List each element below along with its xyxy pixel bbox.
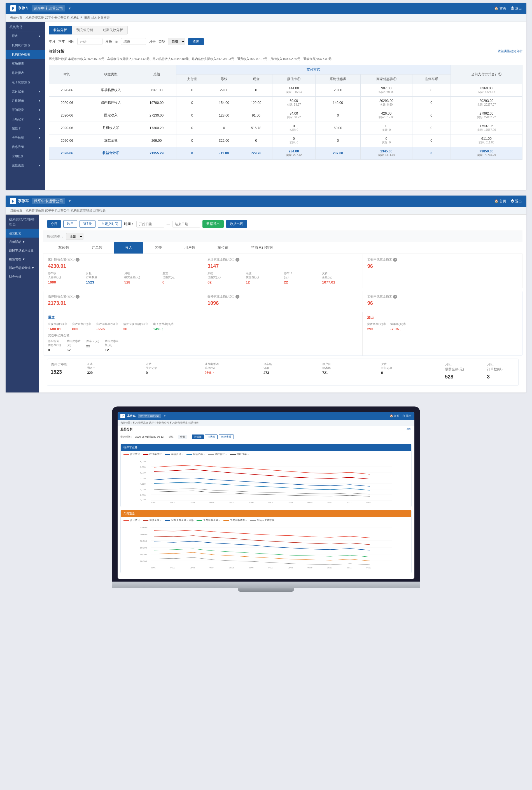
sidebar-task[interactable]: 应用任务 <box>6 151 45 161</box>
chart-data-btn[interactable]: 数据查看 <box>219 435 234 439</box>
filter-custom[interactable]: 自定义时间 <box>98 220 122 228</box>
sidebar-reports[interactable]: 报表 ▲ <box>6 31 45 41</box>
sidebar2-finance[interactable]: 财务分析 <box>6 272 39 281</box>
sidebar-recharge[interactable]: 储值卡 ▼ <box>6 124 45 133</box>
td-wechat-5: 322.00 <box>208 134 240 147</box>
table-row: 2020-06 退款金额 269.00 0 322.00 0 0实际: 0 0 … <box>49 134 522 147</box>
sidebar-org-stats[interactable]: 机构统计报表 <box>6 41 45 50</box>
tab-arrears[interactable]: 欠费 <box>144 242 173 254</box>
query-btn-s1[interactable]: 查询 <box>188 38 204 45</box>
sidebar2-section-title[interactable]: 机构营销/范围/管理员 <box>6 215 39 229</box>
temp-stop-section: 临停应收金额(元)① ? 2173.01 临停实收金额(元)① ? 1096 <box>43 291 522 356</box>
download-btn[interactable]: 数据出现 <box>226 220 247 228</box>
tab-income[interactable]: 收入 <box>114 242 144 254</box>
ops-from-input[interactable] <box>136 221 164 227</box>
home-nav-s2[interactable]: 🏠 首页 <box>494 199 506 204</box>
info-icon-3[interactable]: ? <box>393 258 397 262</box>
chart-bar-btn[interactable]: 柱状图 <box>205 435 217 439</box>
sidebar-eticket[interactable]: 电子发票报表 <box>6 78 45 87</box>
to-date-input[interactable] <box>121 38 146 45</box>
legend-2-6: 车场→欠费数额 <box>250 518 274 522</box>
info-icon-4[interactable]: ? <box>76 295 79 299</box>
td-time-3: 2020-06 <box>49 109 85 122</box>
export-btn[interactable]: 数据导出 <box>203 220 224 228</box>
tab-prepay[interactable]: 预充值分析 <box>72 26 98 34</box>
legend-1-3: 车场合计→ <box>165 453 184 456</box>
sidebar2-monthly[interactable]: 月租活动 ▼ <box>6 238 39 246</box>
tab-orders[interactable]: 订单数 <box>80 242 114 254</box>
chart-home-icon[interactable]: 🏠 首页 <box>390 414 400 418</box>
filter-today[interactable]: 今日 <box>47 220 61 228</box>
info-icon-2[interactable]: ? <box>235 258 240 262</box>
sidebar-indoor[interactable]: 路段报表 <box>6 68 45 78</box>
company-arrow-s2[interactable]: ▼ <box>68 199 71 203</box>
sidebar-payment[interactable]: 支付记录 ▼ <box>6 87 45 96</box>
chart2-svg: 120,000 100,000 80,000 60,000 40,000 20,… <box>124 525 408 570</box>
main-layout-s2: 机构营销/范围/管理员 运营配套 月租活动 ▼ 路段车场显示设置 检验管理 ▼ … <box>6 215 526 392</box>
breadcrumb-s1: 当前位置：机构管理系统-武平中卡运营公司-机构财务-报表-机构财务报表 <box>6 14 526 22</box>
filter-week[interactable]: 近7天 <box>79 220 95 228</box>
logout-nav[interactable]: ⏻ 退出 <box>511 6 522 11</box>
sidebar-cardmgr[interactable]: 卡券核销 ▼ <box>6 133 45 142</box>
card-total-income-title: 累计应收金额(元)① ? <box>48 257 198 262</box>
filter-yesterday[interactable]: 昨日 <box>63 220 77 228</box>
tab-spaces[interactable]: 车位数 <box>47 242 80 254</box>
sidebar-finance-report[interactable]: 机构财务报表 <box>6 50 45 59</box>
logout-nav-s2[interactable]: ⏻ 退出 <box>511 199 522 204</box>
td-total-5: 269.00 <box>137 134 176 147</box>
svg-text:06/01: 06/01 <box>151 567 156 569</box>
chart-export-link[interactable]: 导出 <box>406 427 412 431</box>
sidebar-entrance[interactable]: 开闸记录 ▼ <box>6 105 45 114</box>
td-total-wxcard: 234.00实际: 297.42 <box>272 147 315 160</box>
chart-breadcrumb: 当前位置：机构管理系统-武平中卡运营公司-机构运营管理员-运营报表 <box>118 420 414 426</box>
tab-users[interactable]: 用户数 <box>173 242 206 254</box>
overflow-section: 溢出 实收金额(元)① 293 漏单率(%)① -70% ↓ <box>363 312 522 355</box>
from-date-input[interactable] <box>77 38 102 45</box>
td-wechat-1: 29.00 <box>208 84 240 96</box>
td-total-4: 17360.29 <box>137 122 176 134</box>
info-icon-6[interactable]: ? <box>393 295 397 299</box>
sidebar-parking[interactable]: 车场报表 <box>6 59 45 68</box>
monthly-sub-3: 逃费电手动退出(%) 96% ↑ <box>205 362 260 375</box>
td-type-1: 车场临停收入 <box>85 84 137 96</box>
svg-text:100,000: 100,000 <box>140 533 148 536</box>
chart-line-btn[interactable]: 折线图 <box>192 435 204 439</box>
promo-detail-items: 停车场免优惠费(元) 0 系统优惠费(元) 62 停车卡(元) 22 <box>48 339 358 352</box>
sidebar-rechargeset[interactable]: 充值设置 ▼ <box>6 161 45 170</box>
sidebar2-ops[interactable]: 运营配套 <box>6 229 39 238</box>
tab-value[interactable]: 车位值 <box>206 242 240 254</box>
info-icon-5[interactable]: ? <box>235 295 240 299</box>
data-type-select[interactable]: 全部 车场 路段 <box>66 233 83 240</box>
sidebar-monthly[interactable]: 月租记录 ▼ <box>6 96 45 105</box>
sidebar2-marketing[interactable]: 活动元场券营销 ▼ <box>6 263 39 272</box>
type-select[interactable]: 自费 全部 <box>168 38 185 45</box>
sidebar-exit[interactable]: 出场记录 ▼ <box>6 114 45 124</box>
chart-company-arrow[interactable]: ▼ <box>164 415 166 418</box>
company-arrow[interactable]: ▼ <box>68 6 71 11</box>
th-payment-group: 支付方式 <box>176 65 451 74</box>
legend-2-1: 合计统计 <box>124 518 140 522</box>
chart-logout-icon[interactable]: ⏻ 退出 <box>402 414 412 418</box>
tab-expired[interactable]: 过期失效分析 <box>98 26 128 34</box>
tab-cumulative[interactable]: 当前累计数据 <box>240 242 284 254</box>
td-total-syscoupon: 237.00 <box>315 147 360 160</box>
ops-to-input[interactable] <box>172 221 200 227</box>
sidebar2-check[interactable]: 检验管理 ▼ <box>6 255 39 263</box>
td-merchantcoupon-4: 0实际: 0 <box>360 122 412 134</box>
td-cash-5: 0 <box>240 134 272 147</box>
data-type-bar: 数据类型： 全部 车场 路段 <box>43 231 522 242</box>
sidebar2-road[interactable]: 路段车场显示设置 <box>6 246 39 255</box>
laptop-outer: P 享停车 武平中卡运营公司 ▼ 🏠 首页 ⏻ 退出 当前位置：机构管理系统-武… <box>112 406 420 592</box>
section-title-revenue: 收益分析 <box>49 49 64 54</box>
tab-revenue[interactable]: 收益分析 <box>49 26 72 34</box>
td-total-payment: 73850.06实际: 73760.29 <box>451 147 522 160</box>
filter-bar-s1: 本月 本年 时间 月份 至 月份 类型 自费 全部 查询 <box>49 38 522 45</box>
info-icon-1[interactable]: ? <box>76 258 79 262</box>
top-right-link[interactable]: 收益类型趋势分析 <box>498 49 522 53</box>
svg-text:60,000: 60,000 <box>140 547 147 549</box>
td-merchantcoupon-3: 426.00实际: 312.00 <box>360 109 412 122</box>
logo-area: P 享停车 <box>10 5 29 12</box>
home-nav[interactable]: 🏠 首页 <box>494 6 506 11</box>
td-wxcard-3: 84.00实际: 68.22 <box>272 109 315 122</box>
sidebar-vip[interactable]: 优惠券组 <box>6 142 45 151</box>
